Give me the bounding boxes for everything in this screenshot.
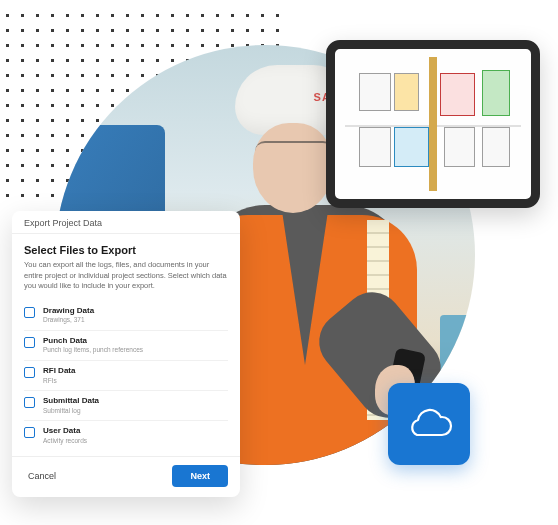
checkbox-punch[interactable] <box>24 337 35 348</box>
floorplan-room <box>440 73 475 116</box>
dialog-footer: Cancel Next <box>12 456 240 497</box>
dialog-description: You can export all the logs, files, and … <box>24 260 228 290</box>
cancel-button[interactable]: Cancel <box>24 466 60 486</box>
checkbox-submittal[interactable] <box>24 397 35 408</box>
cloud-icon <box>405 407 453 441</box>
export-item-label: Submittal Data <box>43 396 228 406</box>
dialog-body: Select Files to Export You can export al… <box>12 234 240 456</box>
floorplan-room <box>359 127 391 167</box>
export-item-drawing: Drawing Data Drawings, 371 <box>24 301 228 331</box>
worker-face <box>253 123 333 213</box>
export-item-sub: Submittal log <box>43 407 228 415</box>
export-item-text: Punch Data Punch log items, punch refere… <box>43 336 228 355</box>
export-item-label: Punch Data <box>43 336 228 346</box>
floorplan-room <box>394 73 419 111</box>
floorplan-room <box>359 73 391 111</box>
export-item-submittal: Submittal Data Submittal log <box>24 391 228 421</box>
tablet-floorplan <box>326 40 540 208</box>
export-item-text: RFI Data RFIs <box>43 366 228 385</box>
export-item-label: User Data <box>43 426 228 436</box>
safety-glasses <box>255 141 333 163</box>
dialog-title: Select Files to Export <box>24 244 228 256</box>
export-item-sub: Drawings, 371 <box>43 316 228 324</box>
export-item-text: Drawing Data Drawings, 371 <box>43 306 228 325</box>
dialog-header: Export Project Data <box>12 211 240 234</box>
checkbox-drawing[interactable] <box>24 307 35 318</box>
export-item-rfi: RFI Data RFIs <box>24 361 228 391</box>
checkbox-user[interactable] <box>24 427 35 438</box>
export-item-punch: Punch Data Punch log items, punch refere… <box>24 331 228 361</box>
export-project-data-dialog: Export Project Data Select Files to Expo… <box>12 211 240 497</box>
cloud-tile[interactable] <box>388 383 470 465</box>
checkbox-rfi[interactable] <box>24 367 35 378</box>
export-item-sub: Punch log items, punch references <box>43 346 228 354</box>
floorplan-room <box>482 127 510 167</box>
floorplan-room <box>394 127 429 167</box>
export-item-sub: Activity records <box>43 437 228 445</box>
export-item-label: Drawing Data <box>43 306 228 316</box>
floorplan-room <box>444 127 476 167</box>
export-item-label: RFI Data <box>43 366 228 376</box>
export-item-text: User Data Activity records <box>43 426 228 445</box>
floorplan-room <box>482 70 510 116</box>
export-item-sub: RFIs <box>43 377 228 385</box>
export-item-text: Submittal Data Submittal log <box>43 396 228 415</box>
background-structure <box>440 315 475 385</box>
next-button[interactable]: Next <box>172 465 228 487</box>
floor-plan-drawing <box>345 57 521 191</box>
export-item-user: User Data Activity records <box>24 421 228 450</box>
